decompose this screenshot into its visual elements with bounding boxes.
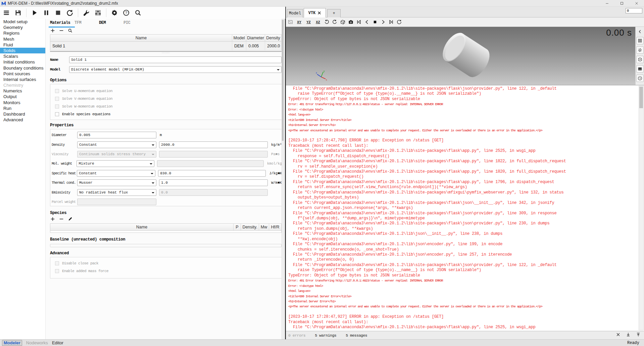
console-output[interactable]: ······ File "C:\ProgramData\anaconda3\en… bbox=[286, 85, 644, 331]
sidebar-item-geometry[interactable]: Geometry bbox=[0, 25, 45, 30]
property-label: Diameter bbox=[52, 133, 77, 137]
tab-pic[interactable]: PIC bbox=[123, 20, 148, 25]
save-icon[interactable] bbox=[14, 9, 22, 16]
sidebar-item-dashboard[interactable]: Dashboard bbox=[0, 111, 45, 117]
add-icon[interactable] bbox=[50, 28, 55, 33]
perspective-icon[interactable] bbox=[340, 19, 346, 25]
edit-icon[interactable] bbox=[67, 216, 73, 222]
terminal-scrollbar-thumb[interactable] bbox=[639, 87, 643, 108]
scroll-top-icon[interactable] bbox=[636, 332, 641, 337]
remove-icon[interactable] bbox=[59, 28, 64, 33]
refresh-icon[interactable] bbox=[396, 19, 402, 25]
scroll-bottom-icon[interactable] bbox=[626, 332, 631, 337]
build-icon[interactable] bbox=[83, 9, 90, 16]
sidebar-item-regions[interactable]: Regions bbox=[0, 30, 45, 36]
tab-add[interactable]: + bbox=[327, 9, 341, 17]
add-icon[interactable] bbox=[50, 216, 55, 222]
sidebar-item-initial-conditions[interactable]: Initial conditions bbox=[0, 59, 45, 65]
property-value-input[interactable] bbox=[77, 132, 156, 138]
sidebar-item-point-sources[interactable]: Point sources bbox=[0, 71, 45, 77]
reset-icon[interactable] bbox=[66, 9, 73, 16]
tab-vtk[interactable]: VTK bbox=[304, 8, 326, 17]
remove-icon[interactable] bbox=[59, 216, 64, 222]
mode-nodeworks[interactable]: Nodeworks bbox=[26, 340, 48, 345]
stop-playback-icon[interactable] bbox=[372, 19, 378, 25]
tab-model[interactable]: Model bbox=[287, 9, 303, 17]
property-model-select[interactable]: Musser bbox=[77, 179, 156, 186]
sidebar-item-internal-surfaces[interactable]: Internal surfaces bbox=[0, 77, 45, 82]
settings-icon[interactable] bbox=[111, 9, 118, 16]
tab-dem[interactable]: DEM bbox=[99, 20, 123, 25]
next-frame-icon[interactable] bbox=[380, 19, 386, 25]
view-plane-yz-button[interactable]: YZ bbox=[305, 19, 312, 25]
rotate-left-icon[interactable] bbox=[324, 19, 330, 25]
previous-frame-icon[interactable] bbox=[364, 19, 370, 25]
solid-model-select[interactable]: Discrete element model (MFiX-DEM) bbox=[69, 66, 282, 73]
sidebar-item-numerics[interactable]: Numerics bbox=[0, 88, 45, 94]
property-value-input[interactable] bbox=[158, 170, 266, 177]
close-tab-icon[interactable] bbox=[317, 11, 321, 15]
sidebar-item-monitors[interactable]: Monitors bbox=[0, 100, 45, 105]
materials-table[interactable]: Name Model Diameter Density Solid 1 DEM … bbox=[50, 34, 282, 51]
sidebar-item-scalars[interactable]: Scalars bbox=[0, 53, 45, 59]
clear-output-icon[interactable] bbox=[616, 332, 621, 337]
last-frame-icon[interactable] bbox=[388, 19, 394, 25]
sidebar-item-mesh[interactable]: Mesh bbox=[0, 36, 45, 42]
error-count[interactable]: 0 errors bbox=[288, 333, 305, 338]
property-model-select[interactable]: Mixture bbox=[77, 160, 154, 167]
minimize-window-button[interactable] bbox=[600, 0, 614, 7]
view-plane-xy-button[interactable]: XY bbox=[296, 19, 303, 25]
scrollbar-thumb[interactable] bbox=[282, 20, 284, 141]
frame-index-input[interactable] bbox=[626, 8, 642, 13]
sidebar-item-output[interactable]: Output bbox=[0, 94, 45, 99]
solid-name-input[interactable] bbox=[69, 56, 282, 63]
warning-count[interactable]: 5 warnings bbox=[315, 333, 336, 338]
sidebar-item-solids[interactable]: Solids bbox=[0, 48, 45, 53]
particles-button[interactable] bbox=[636, 46, 644, 54]
grid-button[interactable] bbox=[636, 37, 644, 44]
first-frame-icon[interactable] bbox=[356, 19, 362, 25]
stop-icon[interactable] bbox=[54, 9, 62, 16]
view-plane-xz-button[interactable]: XZ bbox=[314, 19, 321, 25]
geometry-button[interactable] bbox=[636, 56, 644, 63]
sidebar-item-model-setup[interactable]: Model setup bbox=[0, 19, 45, 25]
checkbox[interactable] bbox=[55, 112, 59, 116]
close-window-button[interactable] bbox=[629, 0, 644, 7]
parameters-icon[interactable] bbox=[94, 9, 102, 16]
sidebar-item-advanced[interactable]: Advanced bbox=[0, 117, 45, 123]
property-value-input[interactable] bbox=[159, 141, 268, 148]
mode-modeler[interactable]: Modeler bbox=[2, 340, 22, 346]
property-model-select[interactable]: Constant bbox=[77, 170, 155, 177]
camera-icon[interactable] bbox=[348, 19, 354, 25]
pause-icon[interactable] bbox=[43, 9, 50, 16]
pane-splitter[interactable] bbox=[285, 7, 286, 339]
panel-scrollbar[interactable] bbox=[282, 19, 284, 339]
tab-tfm[interactable]: TFM bbox=[75, 20, 99, 25]
message-count[interactable]: 5 messages bbox=[346, 333, 367, 338]
species-table[interactable]: Name P Density. Mw Hf/R bbox=[50, 223, 282, 233]
splitter-handle[interactable]: ······ bbox=[50, 52, 282, 54]
image-plane-button[interactable] bbox=[636, 65, 644, 73]
search-icon[interactable] bbox=[134, 9, 142, 16]
property-value-input[interactable] bbox=[159, 179, 268, 186]
sidebar-item-fluid[interactable]: Fluid bbox=[0, 42, 45, 48]
sidebar-item-run[interactable]: Run bbox=[0, 105, 45, 111]
vtk-viewport[interactable]: 0.00 s bbox=[286, 27, 635, 85]
mode-editor[interactable]: Editor bbox=[52, 340, 63, 345]
help-icon[interactable]: ? bbox=[122, 9, 130, 16]
property-model-select[interactable]: Constant bbox=[77, 141, 156, 148]
table-row[interactable]: Solid 1 DEM 0.005 2000.0 bbox=[50, 42, 281, 50]
tab-materials[interactable]: Materials bbox=[50, 20, 75, 25]
collapse-left-button[interactable] bbox=[637, 28, 643, 35]
rotate-right-icon[interactable] bbox=[332, 19, 338, 25]
property-model-select[interactable]: No radiative heat flux bbox=[77, 189, 156, 196]
terminal-scrollbar[interactable] bbox=[639, 86, 644, 330]
console-splitter-handle[interactable]: ······ bbox=[447, 85, 455, 88]
fit-view-icon[interactable] bbox=[288, 19, 293, 25]
time-button[interactable] bbox=[636, 75, 644, 82]
run-icon[interactable] bbox=[31, 9, 38, 16]
maximize-window-button[interactable] bbox=[614, 0, 629, 7]
menu-icon[interactable] bbox=[3, 9, 10, 16]
sidebar-item-boundary-conditions[interactable]: Boundary conditions bbox=[0, 65, 45, 71]
search-small-icon[interactable] bbox=[67, 28, 73, 33]
